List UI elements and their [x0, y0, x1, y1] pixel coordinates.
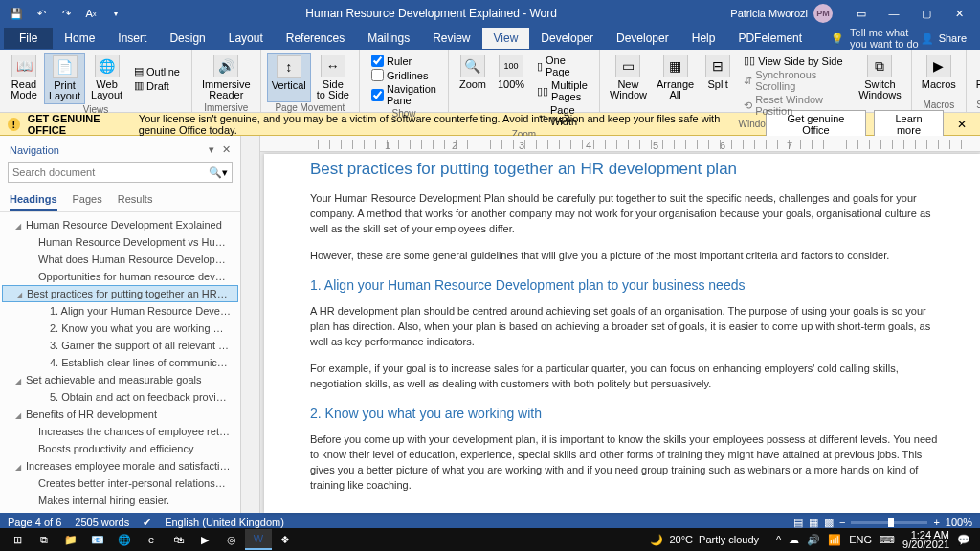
page-indicator[interactable]: Page 4 of 6	[8, 517, 61, 528]
zoom-slider[interactable]	[851, 521, 927, 524]
page-content[interactable]: Best practices for putting together an H…	[264, 154, 980, 513]
one-page-button[interactable]: ▯One Page	[537, 55, 588, 77]
checkbox[interactable]	[371, 55, 384, 67]
outline-item[interactable]: Set achievable and measurable goals	[2, 371, 238, 388]
vertical-button[interactable]: ↕Vertical	[267, 53, 311, 102]
keyboard-icon[interactable]: ⌨	[880, 534, 895, 546]
outline-item[interactable]: Best practices for putting together an H…	[2, 285, 238, 302]
nav-options-icon[interactable]: ▾	[209, 143, 214, 156]
ribbon-options-icon[interactable]: ▭	[846, 3, 877, 24]
reset-window-button[interactable]: ⟲Reset Window Position	[744, 94, 847, 117]
avatar[interactable]: PM	[813, 4, 833, 23]
immersive-reader-button[interactable]: 🔊Immersive Reader	[198, 53, 255, 102]
user-name[interactable]: Patricia Mworozi	[730, 8, 808, 19]
side-to-side-button[interactable]: ↔Side to Side	[313, 53, 353, 102]
word-count[interactable]: 2505 words	[75, 517, 129, 528]
tab-insert[interactable]: Insert	[106, 28, 158, 49]
outline-item[interactable]: Makes internal hiring easier.	[2, 492, 238, 509]
tab-home[interactable]: Home	[53, 28, 106, 49]
view-web-icon[interactable]: ▩	[824, 517, 834, 529]
vertical-ruler[interactable]	[241, 136, 260, 513]
search-icon[interactable]: 🔍▾	[209, 166, 228, 179]
outline-item[interactable]: 5. Obtain and act on feedback provided	[2, 388, 238, 406]
outline-item[interactable]: 3. Garner the support of all relevant st…	[2, 337, 238, 354]
web-layout-button[interactable]: 🌐Web Layout	[87, 53, 126, 104]
tray-up-icon[interactable]: ^	[776, 534, 781, 545]
tab-help[interactable]: Help	[680, 28, 727, 49]
split-button[interactable]: ⊟Split	[700, 53, 736, 119]
outline-item[interactable]: Human Resource Development vs Human Reso…	[2, 233, 238, 251]
outline-item[interactable]: Creates better inter-personal relationsh…	[2, 474, 238, 492]
ruler-checkbox[interactable]: Ruler	[371, 55, 436, 67]
wifi-icon[interactable]: 📶	[828, 534, 841, 546]
notifications-icon[interactable]: 💬	[957, 534, 970, 546]
learn-more-button[interactable]: Learn more	[874, 110, 944, 139]
outline-item[interactable]: Opportunities for human resource develop…	[2, 268, 238, 285]
clock[interactable]: 1:24 AM 9/20/2021	[902, 530, 949, 549]
browser-icon[interactable]: 🌐	[111, 529, 138, 550]
search-input[interactable]	[12, 166, 209, 178]
save-icon[interactable]: 💾	[6, 3, 27, 24]
outline-item[interactable]: What does Human Resource Development ent…	[2, 251, 238, 268]
new-window-button[interactable]: ▭New Window	[606, 53, 651, 119]
view-print-icon[interactable]: ▦	[809, 517, 818, 529]
navpane-checkbox[interactable]: Navigation Pane	[371, 83, 436, 106]
macros-button[interactable]: ▶Macros	[918, 53, 960, 99]
properties-button[interactable]: 📋Properties	[972, 53, 980, 99]
outline-item[interactable]: 1. Align your Human Resource Development…	[2, 302, 238, 320]
zoom-out-button[interactable]: −	[839, 517, 845, 528]
minimize-icon[interactable]: —	[879, 3, 909, 24]
tab-design[interactable]: Design	[158, 28, 216, 49]
volume-icon[interactable]: 🔊	[807, 534, 820, 546]
arrange-all-button[interactable]: ▦Arrange All	[653, 53, 698, 119]
outline-item[interactable]: Increases employee morale and satisfacti…	[2, 457, 238, 474]
close-warning-icon[interactable]: ✕	[951, 118, 972, 131]
edge-icon[interactable]: e	[138, 529, 165, 550]
nav-tab-headings[interactable]: Headings	[10, 188, 57, 211]
tab-review[interactable]: Review	[421, 28, 481, 49]
tab-layout[interactable]: Layout	[217, 28, 275, 49]
explorer-icon[interactable]: 📁	[57, 529, 84, 550]
checkbox[interactable]	[371, 89, 384, 101]
zoom-icon[interactable]: ▶	[191, 529, 218, 550]
search-box[interactable]: 🔍▾	[8, 162, 233, 183]
onedrive-icon[interactable]: ☁	[789, 534, 799, 546]
outline-item[interactable]: 4. Establish clear lines of communicatio…	[2, 354, 238, 371]
maximize-icon[interactable]: ▢	[911, 3, 942, 24]
multiple-pages-button[interactable]: ▯▯Multiple Pages	[537, 79, 588, 102]
outline-item[interactable]: Boosts productivity and efficiency	[2, 440, 238, 457]
read-mode-button[interactable]: 📖Read Mode	[6, 53, 42, 104]
tab-developer-2[interactable]: Developer	[605, 28, 680, 49]
outline-item[interactable]: Increases the chances of employee retent…	[2, 423, 238, 440]
draft-button[interactable]: ▥Draft	[134, 79, 180, 92]
outline-item[interactable]: Human Resource Development Explained	[2, 216, 238, 233]
task-view-icon[interactable]: ⧉	[31, 529, 57, 550]
share-button[interactable]: 👤 Share	[921, 33, 967, 45]
store-icon[interactable]: 🛍	[165, 529, 191, 550]
close-icon[interactable]: ✕	[944, 3, 974, 24]
view-read-icon[interactable]: ▤	[793, 517, 803, 529]
outlook-icon[interactable]: 📧	[84, 529, 111, 550]
tab-mailings[interactable]: Mailings	[356, 28, 421, 49]
gridlines-checkbox[interactable]: Gridlines	[371, 69, 436, 81]
horizontal-ruler[interactable]: 1234567	[260, 136, 980, 152]
nav-close-icon[interactable]: ✕	[222, 143, 231, 156]
proofing-icon[interactable]: ✔	[143, 517, 151, 529]
outline-tree[interactable]: Human Resource Development ExplainedHuma…	[0, 212, 240, 513]
outline-item[interactable]: 2. Know you what you are working with	[2, 320, 238, 337]
qat-more-icon[interactable]: ▾	[105, 3, 126, 24]
checkbox[interactable]	[371, 69, 384, 81]
tell-me[interactable]: 💡 Tell me what you want to do	[831, 27, 921, 50]
outline-button[interactable]: ▤Outline	[134, 65, 180, 77]
tab-developer[interactable]: Developer	[529, 28, 605, 49]
tab-pdfelement[interactable]: PDFelement	[726, 28, 813, 49]
language-indicator[interactable]: English (United Kingdom)	[165, 517, 284, 528]
side-by-side-button[interactable]: ▯▯View Side by Side	[744, 55, 847, 67]
language-icon[interactable]: ENG	[849, 534, 872, 545]
chrome-icon[interactable]: ◎	[218, 529, 245, 550]
weather-widget[interactable]: 🌙 20°C Partly cloudy	[650, 534, 759, 546]
nav-tab-pages[interactable]: Pages	[73, 188, 102, 211]
print-layout-button[interactable]: 📄Print Layout	[44, 53, 85, 104]
zoom-level[interactable]: 100%	[946, 517, 972, 528]
sync-scroll-button[interactable]: ⇵Synchronous Scrolling	[744, 69, 847, 92]
